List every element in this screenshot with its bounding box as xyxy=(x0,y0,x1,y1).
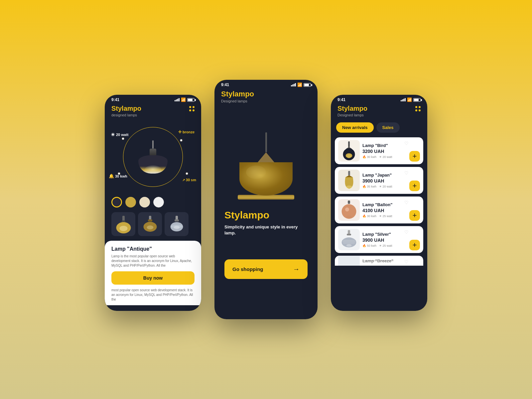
status-bar-2: 9:41 📶 xyxy=(214,80,318,88)
product-thumb-silver xyxy=(338,229,360,250)
product-name-japan: Lamp "Japan" xyxy=(362,173,407,178)
bell-icon: 🔔 xyxy=(109,174,114,179)
swatch-gold[interactable] xyxy=(125,197,136,207)
color-swatches xyxy=(105,194,201,211)
go-shopping-button[interactable]: Go shopping → xyxy=(224,259,308,279)
add-button-ballon[interactable]: + xyxy=(409,210,420,221)
signal-icon xyxy=(175,98,180,101)
sm-label: ↗ 30 sm xyxy=(182,178,196,182)
go-shopping-label: Go shopping xyxy=(232,266,263,272)
status-icons-2: 📶 xyxy=(291,82,311,87)
product-price-silver: 3900 UAH xyxy=(362,237,407,243)
phone-list-screen: 9:41 📶 Stylampo Designed lamps New arriv… xyxy=(331,95,427,311)
menu-button-3[interactable] xyxy=(415,106,421,111)
buy-button[interactable]: Buy now xyxy=(111,271,195,285)
svg-point-17 xyxy=(347,154,351,158)
heart-icon-japan[interactable]: ♡ xyxy=(404,170,409,176)
app-subtitle-2: Designed lamps xyxy=(221,99,254,103)
watt-label: ☀ 20 watt xyxy=(111,132,128,137)
heart-icon-bird[interactable]: ♡ xyxy=(404,141,409,146)
tab-bar: New arrivals Sales xyxy=(331,120,427,136)
app-title-1: Stylampo xyxy=(111,105,141,112)
heart-icon-breeze[interactable]: ♡ xyxy=(404,259,409,264)
thumbnail-row xyxy=(105,211,201,237)
battery-icon-3 xyxy=(413,98,421,102)
thumb-lamp-3-svg xyxy=(168,215,186,233)
lamp-japan-svg xyxy=(341,171,357,191)
bronze-label: ✛ bronze xyxy=(178,130,195,134)
product-desc-2: most popular open source web development… xyxy=(111,288,195,302)
app-header-3: Stylampo Designed lamps xyxy=(331,103,427,120)
menu-button-1[interactable] xyxy=(189,106,195,111)
add-button-japan[interactable]: + xyxy=(409,181,420,191)
svg-marker-19 xyxy=(345,175,353,177)
product-specs-bird: 🔥 30 kwh ☀ 20 watt xyxy=(362,155,407,159)
product-info-bird: Lamp "Bird" 3200 UAH 🔥 30 kwh ☀ 20 watt xyxy=(362,143,407,159)
product-list: Lamp "Bird" 3200 UAH 🔥 30 kwh ☀ 20 watt … xyxy=(331,136,427,267)
product-price-ballon: 4100 UAH xyxy=(362,208,407,213)
heart-icon-silver[interactable]: ♡ xyxy=(404,229,409,235)
wifi-icon-3: 📶 xyxy=(407,97,412,102)
product-desc: Lamp is the most popular open source web… xyxy=(111,254,195,268)
time-3: 9:41 xyxy=(337,97,345,102)
svg-rect-25 xyxy=(348,230,350,234)
lamp-ballon-svg xyxy=(340,200,358,220)
tab-sales[interactable]: Sales xyxy=(376,122,400,133)
svg-rect-4 xyxy=(149,216,151,220)
orbit-dot-kwh xyxy=(117,172,121,175)
svg-point-24 xyxy=(346,215,352,218)
spec-watt-bird: ☀ 20 watt xyxy=(379,155,392,159)
signal-icon-3 xyxy=(401,98,406,101)
thumb-1[interactable] xyxy=(111,212,135,236)
product-info-silver: Lamp "Silver" 3900 UAH 🔥 50 kwh ☀ 25 wat… xyxy=(362,232,407,247)
spec-watt-silver: ☀ 25 watt xyxy=(379,244,392,247)
svg-rect-0 xyxy=(122,216,125,221)
splash-lamp-area xyxy=(214,106,318,203)
thumb-3[interactable] xyxy=(165,212,189,236)
thumb-lamp-2-svg xyxy=(141,215,159,233)
svg-rect-8 xyxy=(176,216,178,220)
product-info-japan: Lamp "Japan" 3900 UAH 🔥 35 kwh ☀ 20 watt xyxy=(362,173,407,188)
tab-new-arrivals[interactable]: New arrivals xyxy=(336,122,374,133)
orbit-dot-sm xyxy=(185,172,189,175)
svg-rect-9 xyxy=(175,219,179,221)
lamp-chain xyxy=(152,140,154,149)
product-item-silver: Lamp "Silver" 3900 UAH 🔥 50 kwh ☀ 25 wat… xyxy=(335,226,423,253)
product-name-ballon: Lamp "Ballon" xyxy=(362,202,407,207)
product-specs-silver: 🔥 50 kwh ☀ 25 watt xyxy=(362,244,407,247)
swatch-cream[interactable] xyxy=(139,197,150,207)
product-info-ballon: Lamp "Ballon" 4100 UAH 🔥 30 kwh ☀ 25 wat… xyxy=(362,202,407,218)
thumb-2[interactable] xyxy=(138,212,162,236)
product-price-japan: 3900 UAH xyxy=(362,178,407,184)
product-specs-ballon: 🔥 30 kwh ☀ 25 watt xyxy=(362,214,407,218)
battery-icon-2 xyxy=(304,83,311,87)
swatch-dark[interactable] xyxy=(111,197,122,207)
orbit-dot-bronze xyxy=(180,139,183,142)
lamp-bird-svg xyxy=(340,141,358,161)
add-button-silver[interactable]: + xyxy=(409,240,420,250)
app-title-2: Stylampo xyxy=(221,90,254,98)
add-button-bird[interactable]: + xyxy=(409,151,420,162)
swatch-white[interactable] xyxy=(153,197,164,207)
product-thumb-bird xyxy=(338,140,360,162)
svg-point-23 xyxy=(345,207,349,211)
product-name-breeze: Lamp "Breeze" xyxy=(362,258,420,263)
spec-watt-japan: ☀ 20 watt xyxy=(379,185,392,188)
status-icons-3: 📶 xyxy=(401,97,421,102)
heart-icon-ballon[interactable]: ♡ xyxy=(404,200,409,205)
svg-rect-5 xyxy=(148,219,152,221)
crosshair-icon: ✛ xyxy=(178,130,182,134)
splash-lamp-chain xyxy=(265,132,267,152)
splash-lamp-cone xyxy=(258,152,274,162)
svg-rect-18 xyxy=(348,171,350,176)
splash-title: Stylampo xyxy=(214,203,318,224)
svg-point-20 xyxy=(346,186,352,189)
product-thumb-breeze xyxy=(338,256,360,266)
thumb-lamp-1-svg xyxy=(114,215,133,233)
app-header-1: Stylampo designed lamps xyxy=(105,103,201,120)
product-name-bird: Lamp "Bird" xyxy=(362,143,407,148)
arrow-right-icon: → xyxy=(293,265,300,273)
svg-point-31 xyxy=(346,244,352,247)
product-card: Lamp "Antique" Lamp is the most popular … xyxy=(105,241,201,305)
svg-rect-26 xyxy=(347,234,351,235)
